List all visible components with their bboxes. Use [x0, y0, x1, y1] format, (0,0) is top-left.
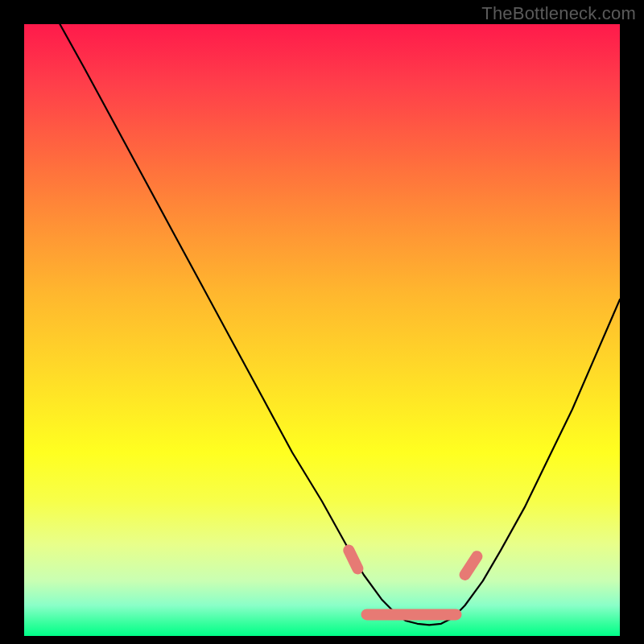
- chart-frame: TheBottleneck.com: [0, 0, 644, 644]
- bottleneck-curve-svg: [24, 24, 620, 636]
- bottleneck-curve: [60, 24, 620, 625]
- plot-area: [24, 24, 620, 636]
- bottleneck-markers: [349, 551, 477, 615]
- watermark-text: TheBottleneck.com: [481, 3, 636, 24]
